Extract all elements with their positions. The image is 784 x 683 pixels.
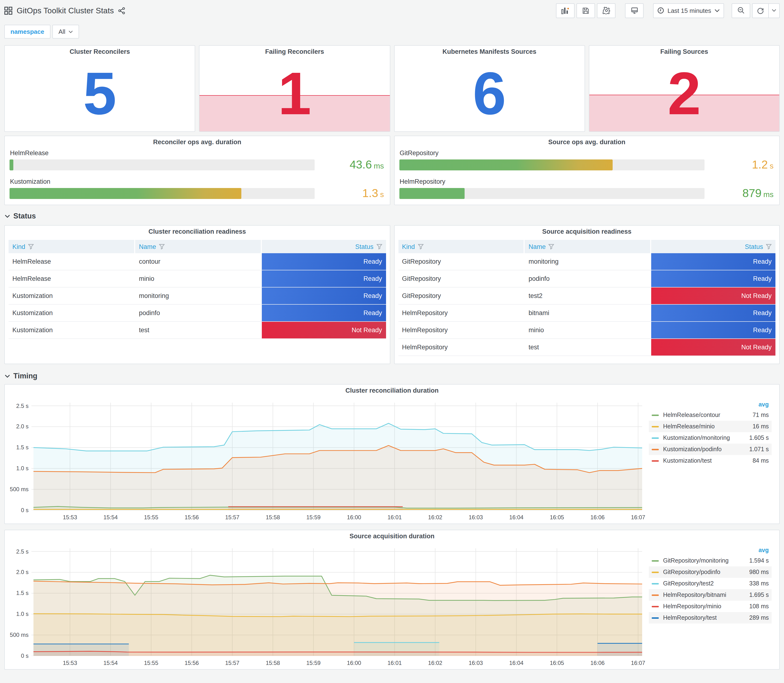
variables-row: namespace All	[0, 21, 784, 42]
x-axis-tick: 15:58	[258, 514, 288, 521]
refresh-interval-caret[interactable]	[768, 3, 779, 18]
cell-status: Ready	[262, 270, 386, 287]
time-range-picker[interactable]: Last 15 minutes	[653, 3, 724, 18]
legend-item[interactable]: Kustomization/podinfo1.071 s	[649, 444, 772, 455]
legend-series-name: HelmRepository/test	[663, 614, 749, 621]
legend-series-color	[652, 617, 659, 619]
y-axis-tick: 500 ms	[6, 632, 29, 638]
x-axis-tick: 16:07	[623, 660, 653, 666]
column-header-status[interactable]: Status	[651, 240, 776, 253]
table-row[interactable]: KustomizationpodinfoReady	[8, 305, 386, 322]
legend-item[interactable]: GitRepository/test2338 ms	[649, 578, 772, 589]
legend-item[interactable]: Kustomization/test84 ms	[649, 455, 772, 467]
x-axis-tick: 16:03	[460, 514, 491, 521]
table-header-row: KindNameStatus	[398, 240, 776, 253]
chart-plot-area[interactable]	[31, 548, 642, 656]
panel-title: Cluster reconciliation readiness	[5, 228, 390, 235]
x-axis-tick: 15:53	[55, 514, 85, 521]
x-axis-tick: 16:03	[460, 660, 491, 666]
legend-item[interactable]: HelmRepository/minio108 ms	[649, 601, 772, 612]
column-header-name[interactable]: Name	[525, 240, 651, 253]
legend-item[interactable]: HelmRepository/bitnami1.695 s	[649, 589, 772, 601]
cell-kind: GitRepository	[398, 253, 524, 270]
x-axis-tick: 15:56	[176, 660, 207, 666]
panel-title: Failing Sources	[589, 48, 779, 55]
table-row[interactable]: GitRepositorymonitoringReady	[398, 253, 776, 270]
chevron-down-icon	[69, 30, 73, 33]
legend-series-color	[652, 606, 659, 607]
x-axis-tick: 16:00	[339, 660, 369, 666]
legend-avg-header[interactable]: avg	[649, 400, 772, 409]
cell-name: bitnami	[525, 305, 651, 321]
x-axis-tick: 16:01	[379, 660, 410, 666]
section-timing[interactable]: Timing	[0, 364, 784, 384]
legend-series-color	[652, 583, 659, 584]
gauge-label: GitRepository	[399, 149, 774, 157]
page-title: GitOps Toolkit Cluster Stats	[17, 6, 114, 15]
table-row[interactable]: HelmRepositorybitnamiReady	[398, 305, 776, 322]
refresh-icon[interactable]	[753, 3, 768, 18]
refresh-button[interactable]	[752, 3, 780, 18]
panel-title: Source ops avg. duration	[394, 138, 779, 146]
x-axis-tick: 15:55	[136, 660, 167, 666]
variable-namespace-label[interactable]: namespace	[4, 25, 50, 38]
cell-name: minio	[135, 270, 261, 287]
table-row[interactable]: GitRepositorypodinfoReady	[398, 270, 776, 287]
stat-value: 5	[5, 64, 195, 124]
section-status[interactable]: Status	[0, 205, 784, 224]
legend-item[interactable]: GitRepository/podinfo980 ms	[649, 566, 772, 578]
table-row[interactable]: KustomizationmonitoringReady	[8, 287, 386, 305]
panel-title: Source acquisition readiness	[394, 228, 779, 235]
table-row[interactable]: HelmRepositoryminioReady	[398, 322, 776, 339]
cell-kind: Kustomization	[8, 305, 134, 321]
table-row[interactable]: HelmRepositorytestNot Ready	[398, 339, 776, 356]
cell-status: Ready	[262, 287, 386, 304]
legend-item[interactable]: HelmRelease/contour71 ms	[649, 409, 772, 421]
table-row[interactable]: KustomizationtestNot Ready	[8, 322, 386, 339]
share-icon[interactable]	[118, 7, 125, 14]
column-header-status[interactable]: Status	[262, 240, 386, 253]
cell-kind: Kustomization	[8, 287, 134, 304]
dashboard-grid-icon[interactable]	[4, 6, 12, 14]
cycle-view-mode-button[interactable]	[625, 3, 644, 18]
legend-series-color	[652, 571, 659, 573]
legend-item[interactable]: Kustomization/monitoring1.605 s	[649, 432, 772, 444]
legend-series-color	[652, 460, 659, 462]
x-axis-tick: 15:58	[258, 660, 288, 666]
legend-series-avg: 289 ms	[749, 614, 769, 621]
legend-series-color	[652, 449, 659, 450]
save-dashboard-button[interactable]	[576, 3, 595, 18]
cell-kind: GitRepository	[398, 270, 524, 287]
legend-item[interactable]: HelmRepository/test289 ms	[649, 612, 772, 624]
y-axis-tick: 2.5 s	[6, 548, 29, 555]
panel-source-ops-duration: Source ops avg. duration GitRepository1.…	[394, 136, 780, 205]
gauge-row: Kustomization1.3s	[10, 178, 385, 200]
legend-series-avg: 1.605 s	[749, 434, 769, 441]
table-row[interactable]: HelmReleasecontourReady	[8, 253, 386, 270]
variable-namespace-value[interactable]: All	[52, 25, 79, 38]
panel-title: Cluster reconciliation duration	[5, 387, 779, 394]
table-row[interactable]: HelmReleaseminioReady	[8, 270, 386, 287]
column-header-kind[interactable]: Kind	[8, 240, 134, 253]
column-header-kind[interactable]: Kind	[398, 240, 524, 253]
dashboard-settings-button[interactable]	[597, 3, 616, 18]
chart-plot-area[interactable]	[31, 402, 642, 510]
y-axis-tick: 1.5 s	[6, 444, 29, 451]
legend-item[interactable]: HelmRelease/minio16 ms	[649, 421, 772, 432]
y-axis-tick: 1.5 s	[6, 590, 29, 596]
y-axis-tick: 0 s	[6, 507, 29, 513]
table-row[interactable]: GitRepositorytest2Not Ready	[398, 287, 776, 305]
legend-item[interactable]: GitRepository/monitoring1.594 s	[649, 555, 772, 566]
zoom-out-button[interactable]	[732, 3, 750, 18]
gauge-value: 879ms	[704, 187, 774, 200]
legend-avg-header[interactable]: avg	[649, 545, 772, 555]
panel-title: Source acquisition duration	[5, 532, 779, 540]
cell-kind: HelmRelease	[8, 253, 134, 270]
x-axis-tick: 16:05	[542, 660, 572, 666]
column-header-name[interactable]: Name	[135, 240, 261, 253]
cell-name: test2	[525, 287, 651, 304]
gauge-value: 1.3s	[315, 187, 385, 200]
add-panel-button[interactable]	[556, 3, 574, 18]
legend-series-name: Kustomization/test	[663, 457, 753, 464]
cell-kind: GitRepository	[398, 287, 524, 304]
